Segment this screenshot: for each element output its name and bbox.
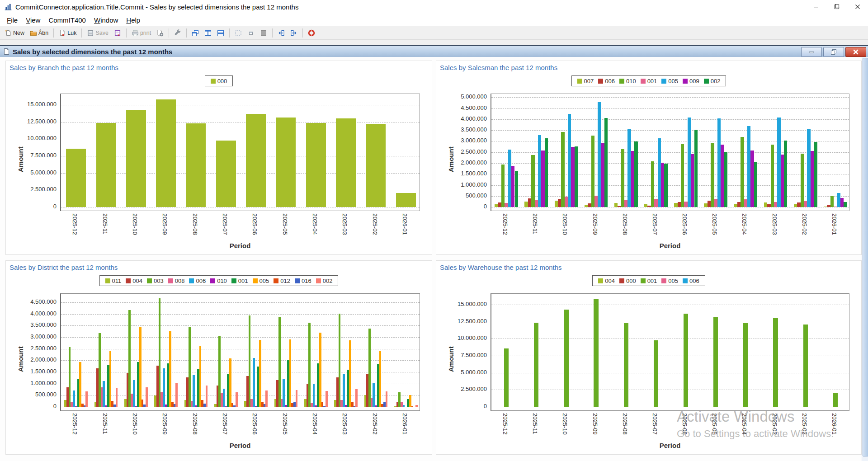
bar [278, 317, 281, 407]
x-tick-label: 2025-09 [592, 413, 599, 440]
mdi-close-button[interactable] [845, 47, 866, 57]
arrow-left-icon [278, 29, 285, 37]
toolbar-button-export[interactable]: x [112, 28, 123, 38]
y-tick-label: 0 [9, 403, 57, 409]
toolbar-button-previous-window[interactable] [275, 28, 287, 38]
x-tick-label: 2025-09 [592, 213, 599, 240]
toolbar-button-label: Åbn [38, 30, 48, 36]
legend-label: 007 [584, 78, 594, 85]
legend-item: 009 [683, 78, 699, 85]
menubar: FileViewCommIT400WindowHelp [0, 14, 868, 26]
gridline [491, 130, 849, 131]
menu-item-window[interactable]: Window [90, 14, 122, 26]
toolbar-button-maximize-area[interactable] [258, 28, 269, 38]
legend-swatch [683, 278, 688, 283]
vertical-scrollbar[interactable] [862, 57, 868, 461]
bar [349, 340, 351, 407]
x-tick-label: 2025-10 [132, 213, 138, 240]
bar [621, 149, 624, 207]
x-tick-label: 2025-03 [771, 213, 778, 240]
bar [647, 206, 651, 207]
bar [505, 203, 508, 207]
toolbar-button-tile-horizontal[interactable] [215, 28, 226, 38]
y-tick-label: 4.000.000 [9, 310, 57, 317]
bar [79, 362, 81, 407]
y-tick-label: 4.500.000 [440, 104, 487, 111]
y-tick-label: 3.500.000 [9, 321, 57, 328]
bar [797, 202, 800, 207]
x-tick-label: 2025-05 [711, 413, 718, 440]
bar [661, 163, 664, 207]
x-tick-label: 2025-10 [561, 213, 568, 240]
legend-item: 002 [316, 278, 333, 284]
menu-item-view[interactable]: View [22, 14, 44, 26]
bar [249, 315, 251, 407]
legend-label: 010 [626, 78, 636, 85]
bar [343, 374, 345, 407]
menu-item-commit400[interactable]: CommIT400 [44, 14, 90, 26]
minimize-button[interactable] [806, 0, 826, 14]
toolbar-button-page-setup[interactable] [154, 28, 166, 38]
legend-swatch [210, 278, 215, 283]
legend-label: 005 [668, 278, 678, 284]
bar [803, 325, 808, 407]
toolbar-button-new[interactable]: New [2, 28, 27, 38]
toolbar-button-help[interactable] [306, 28, 317, 38]
chart-legend: 004000001005006 [592, 275, 705, 286]
legend-swatch [253, 278, 258, 283]
chart-panel-warehouse: Sales by Warehouse the past 12 months004… [436, 260, 862, 455]
bar [96, 123, 116, 207]
legend-label: 009 [689, 78, 699, 85]
mdi-minimize-button[interactable] [801, 47, 822, 57]
menu-item-help[interactable]: Help [122, 14, 144, 26]
legend-label: 004 [132, 278, 142, 284]
legend-swatch [598, 79, 603, 84]
legend-label: 000 [626, 278, 636, 284]
bar [73, 390, 75, 407]
y-tick-label: 4.500.000 [9, 298, 57, 305]
bar [368, 329, 371, 407]
x-tick-label: 2025-02 [372, 213, 378, 240]
bar [415, 405, 418, 407]
mdi-restore-button[interactable] [823, 47, 844, 57]
x-tick-label: 2025-08 [622, 213, 628, 240]
close-button[interactable] [847, 0, 868, 14]
legend-item: 004 [126, 278, 142, 284]
bar [276, 118, 296, 207]
y-axis-title: Amount [17, 136, 24, 172]
y-tick-label: 500.000 [440, 192, 487, 199]
bar [199, 346, 202, 407]
bar [747, 126, 750, 207]
maximize-button[interactable] [826, 0, 847, 14]
bar [379, 351, 382, 407]
bar [588, 203, 591, 207]
toolbar-button-cascade-windows[interactable] [189, 28, 201, 38]
bar [126, 110, 146, 207]
toolbar-button-marquee[interactable] [232, 28, 244, 38]
table-purple-icon: x [114, 29, 121, 37]
toolbar-button-restore-size[interactable] [245, 28, 257, 38]
bar [265, 390, 268, 407]
x-tick-label: 2025-04 [311, 413, 318, 440]
menu-item-file[interactable]: File [3, 14, 22, 26]
toolbar-button-open[interactable]: Åbn [28, 28, 51, 38]
toolbar-button-close-doc[interactable]: xLuk [57, 28, 79, 38]
toolbar-button-tile-vertical[interactable] [202, 28, 214, 38]
x-tick-label: 2026-01 [831, 213, 838, 240]
gridline [61, 360, 420, 361]
legend-item: 006 [189, 278, 206, 284]
gridline [61, 407, 420, 407]
toolbar-button-next-window[interactable] [288, 28, 300, 38]
bar [498, 202, 501, 207]
bar [644, 204, 647, 207]
gridline [491, 373, 849, 373]
bar [409, 395, 411, 407]
legend-item: 001 [641, 78, 657, 85]
bar [146, 387, 148, 407]
bar [308, 323, 311, 407]
bar [555, 201, 558, 207]
toolbar-button-tools[interactable] [172, 28, 184, 38]
bar [713, 317, 718, 407]
scrollbar-thumb[interactable] [863, 58, 868, 456]
gridline [61, 337, 420, 338]
